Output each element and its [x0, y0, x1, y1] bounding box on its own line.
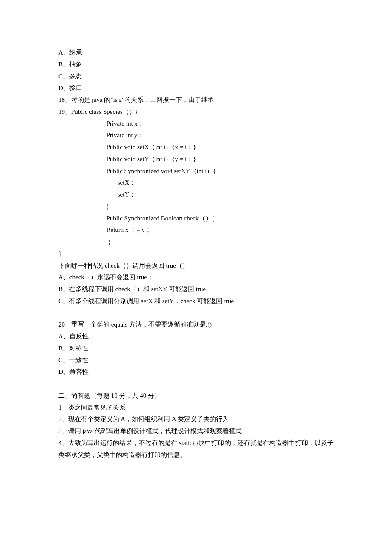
short-answer-1: 1、类之间最常见的关系 [58, 402, 334, 414]
option-c: C、有多个线程调用分别调用 setX 和 setY，check 可能返回 tru… [58, 295, 334, 307]
code-line: Public Synchronized Boolean check（）{ [58, 213, 334, 225]
code-line: Public Synchronized void setXY（int i）{ [58, 165, 334, 177]
short-answer-4: 4、大致为写出运行的结果，不过有的是在 static{}块中打印的，还有就是在构… [58, 437, 334, 461]
code-line: Public void setY（int i）{y = i；} [58, 153, 334, 165]
question-19-header: 19、Public class Species（）{ [58, 106, 334, 118]
code-line: Return x ！= y； [58, 224, 334, 236]
code-line: setX； [58, 177, 334, 189]
option-b: B、在多线程下调用 check（）和 setXY 可能返回 true [58, 283, 334, 295]
blank-line [58, 378, 334, 390]
code-line: } [58, 248, 334, 260]
code-line: Public void setX（int i）{x = i；} [58, 142, 334, 153]
option-a: A、自反性 [58, 331, 334, 343]
code-line: Private int y； [58, 130, 334, 142]
code-line: setY； [58, 189, 334, 201]
option-c: C、多态 [58, 71, 334, 83]
option-d: D、兼容性 [58, 366, 334, 378]
code-line: Private int x； [58, 118, 334, 130]
option-b: B、对称性 [58, 343, 334, 355]
blank-line [58, 307, 334, 319]
short-answer-2: 2、现在有个类定义为 A，如何组织利用 A 类定义子类的行为 [58, 413, 334, 425]
option-b: B、抽象 [58, 59, 334, 71]
short-answer-3: 3、请用 java 代码写出单例设计模式，代理设计模式和观察着模式 [58, 425, 334, 437]
option-c: C、一致性 [58, 355, 334, 367]
code-line: } [58, 236, 334, 248]
code-line: } [58, 201, 334, 213]
question-19-prompt: 下面哪一种情况 check（）调用会返回 true（） [58, 260, 334, 272]
question-20: 20、重写一个类的 equals 方法，不需要遵循的准则是:() [58, 319, 334, 331]
option-d: D、接口 [58, 82, 334, 94]
section-2-header: 二、简答题（每题 10 分，共 40 分） [58, 390, 334, 402]
option-a: A、check（）永远不会返回 true； [58, 272, 334, 283]
question-18: 18、考的是 java 的"is a"的关系，上网搜一下，由于继承 [58, 94, 334, 106]
option-a: A、继承 [58, 47, 334, 59]
